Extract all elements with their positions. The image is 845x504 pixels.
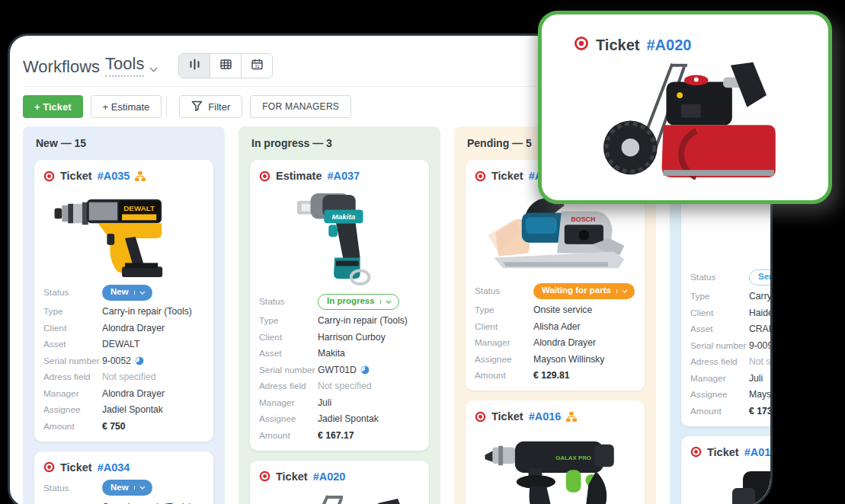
card-field: StatusWaiting for parts [475,283,635,299]
ticket-target-icon [43,171,55,182]
ticket-card[interactable]: Ticket#A016 GALAX PRO StatusWaiting for … [466,400,645,504]
card-number[interactable]: #A034 [98,461,130,474]
card-field: Adress fieldNot specified [259,381,420,391]
copy-icon[interactable] [360,365,370,375]
field-label: Amount [259,430,318,441]
card-field: Amount€ 129.81 [475,370,635,381]
svg-text:Makita: Makita [331,212,355,221]
field-value: Carry-in repair (Tools) [749,291,773,301]
status-label: In progress [327,297,375,306]
table-view-button[interactable] [210,54,241,78]
field-value: Jadiel Spontak [102,404,163,415]
calendar-view-button[interactable]: 31 [241,54,272,78]
ticket-target-icon [259,471,270,482]
field-value: € 173.75 [749,406,773,416]
card-field: Amount€ 167.17 [259,430,420,441]
kanban-view-button[interactable] [179,54,210,78]
card-field: ClientHarrison Curboy [259,332,420,343]
field-label: Adress field [690,356,749,367]
add-estimate-button[interactable]: + Estimate [91,95,162,118]
card-field: StatusNew [43,285,204,301]
field-label: Status [475,285,533,296]
kanban-view-icon [189,59,200,73]
card-field: AssetCRAFTSMAN [690,324,773,334]
filter-button[interactable]: Filter [179,95,242,118]
field-label: Status [690,272,749,282]
card-kind: Ticket [707,446,739,458]
card-number[interactable]: #A037 [327,170,360,182]
field-value: Mayson Willinsky [749,389,773,400]
card-number[interactable]: #A035 [98,170,130,182]
status-pill[interactable]: New [102,285,152,301]
field-value: Makita [318,348,345,359]
card-title: Estimate#A037 [259,169,420,183]
card-number[interactable]: #A020 [313,471,346,483]
chevron-down-icon [134,486,146,490]
ticket-preview-overlay[interactable]: Ticket #A020 [538,11,832,204]
card-number[interactable]: #A016 [529,410,562,423]
card-title: Ticket#A035 [43,169,204,183]
card-field: TypeCarry-in repair (Tools) [259,315,420,326]
field-label: Assignee [690,389,749,400]
card-field: ClientAlondra Drayer [43,323,204,333]
product-image-snowblower-red [542,56,828,180]
card-field: AssigneeMayson Willinsky [690,389,773,400]
status-label: New [110,483,129,493]
field-value: Haiden Le [749,308,773,318]
field-label: Assignee [259,413,318,424]
field-label: Client [690,308,749,318]
ticket-card[interactable]: Ticket#A020 [250,461,429,504]
card-field: ManagerJuli [259,397,420,408]
ticket-target-icon [43,461,55,473]
product-image-a015-engine [690,465,773,504]
field-label: Type [43,306,102,317]
ticket-card[interactable]: Ticket#A015 [681,436,773,504]
board-selector[interactable]: Tools [105,54,144,77]
field-label: Manager [475,337,533,348]
field-label: Asset [690,324,749,334]
kanban-column: New — 15Ticket#A035 DEWALT StatusNewType… [23,126,225,504]
ticket-target-icon [690,446,702,458]
field-label: Type [690,291,749,301]
card-title: Ticket#A016 [475,410,635,423]
card-field: Adress fieldNot specified [690,356,773,367]
add-ticket-button[interactable]: + Ticket [23,95,83,118]
ticket-card[interactable]: Estimate#A037 Makita StatusIn progressTy… [250,160,429,451]
copy-icon[interactable] [135,356,144,365]
card-kind: Ticket [276,471,308,483]
ticket-target-icon [259,171,270,182]
card-field: Serial numberGWT01D [259,365,420,375]
card-field: ClientAlisha Ader [475,321,635,332]
card-field: TypeCarry-in repair (Tools) [690,291,773,301]
field-label: Serial number [43,356,102,366]
ticket-card[interactable]: Ticket#A034StatusNewTypeCarry-in repair … [34,451,213,504]
field-label: Client [43,323,102,333]
overlay-card-title: Ticket #A020 [574,36,828,55]
calendar-view-icon: 31 [251,59,263,73]
status-pill[interactable]: Waiting for parts [533,283,635,299]
overlay-card-number[interactable]: #A020 [646,37,691,54]
card-field: TypeOnsite service [475,305,635,315]
view-toggle: 31 [178,53,273,78]
ticket-target-icon [475,411,486,423]
workflows-label: Workflows [23,57,100,77]
card-kind: Ticket [60,461,92,474]
card-number[interactable]: #A015 [744,446,773,458]
ticket-card[interactable]: Ticket#A035 DEWALT StatusNewTypeCarry-in… [34,160,213,442]
card-field: AssigneeJadiel Spontak [259,413,420,424]
for-managers-label: FOR MANAGERS [262,101,339,112]
add-estimate-label: + Estimate [103,101,150,113]
status-pill[interactable]: In progress [318,294,399,310]
for-managers-button[interactable]: FOR MANAGERS [250,95,351,118]
status-pill[interactable]: New [102,480,152,496]
product-image-makita-wrench: Makita [259,189,420,288]
field-label: Client [259,332,318,343]
card-title: Ticket#A020 [259,470,420,483]
field-label: Status [43,483,102,493]
field-label: Assignee [43,404,102,415]
status-pill[interactable]: Sent [749,270,773,285]
card-kind: Estimate [276,170,322,182]
field-label: Type [259,315,318,326]
card-kind: Ticket [60,170,92,182]
ticket-target-icon [574,36,589,55]
